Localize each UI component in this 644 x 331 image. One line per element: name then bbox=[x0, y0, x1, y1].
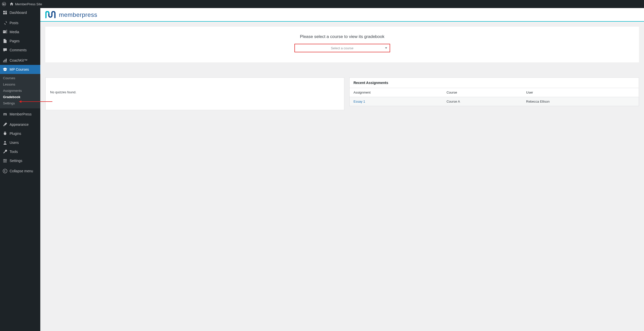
sidebar-item-pages[interactable]: Pages bbox=[0, 36, 40, 46]
table-row: Essay 1 Course A Rebecca Ellison bbox=[350, 97, 639, 106]
mp-courses-submenu: Courses Lessons Assignments Gradebook Se… bbox=[0, 74, 40, 108]
course-select-placeholder: Select a course bbox=[331, 46, 354, 50]
memberpress-logo-icon bbox=[45, 11, 57, 19]
brush-icon bbox=[3, 122, 8, 127]
sidebar-item-users[interactable]: Users bbox=[0, 138, 40, 147]
site-name-text: MemberPress Site bbox=[15, 2, 42, 6]
submenu-item-courses[interactable]: Courses bbox=[0, 75, 40, 81]
home-icon bbox=[10, 2, 14, 6]
graduation-icon bbox=[3, 67, 8, 72]
memberpress-logo: memberpress bbox=[45, 11, 639, 19]
col-header-user: User bbox=[522, 88, 639, 97]
sidebar-item-media[interactable]: Media bbox=[0, 27, 40, 36]
sidebar-item-settings[interactable]: Settings bbox=[0, 156, 40, 165]
admin-sidebar: Dashboard Posts Media Pages Comments Coa… bbox=[0, 8, 40, 331]
assignments-table: Assignment Course User Essay 1 Course A … bbox=[350, 88, 639, 106]
memberpress-icon: m bbox=[3, 112, 8, 117]
svg-point-4 bbox=[6, 162, 7, 162]
recent-assignments-panel: Recent Assignments Assignment Course Use… bbox=[349, 77, 639, 106]
site-name-link[interactable]: MemberPress Site bbox=[10, 2, 42, 6]
assignment-user: Rebecca Ellison bbox=[522, 97, 639, 106]
sidebar-label: Comments bbox=[10, 48, 27, 52]
page-icon bbox=[3, 38, 8, 44]
sliders-icon bbox=[3, 158, 8, 163]
sidebar-label: MemberPress bbox=[10, 112, 31, 116]
collapse-icon bbox=[3, 169, 8, 174]
sidebar-item-plugins[interactable]: Plugins bbox=[0, 129, 40, 138]
pin-icon bbox=[3, 20, 8, 25]
svg-point-3 bbox=[5, 160, 5, 161]
chevron-down-icon bbox=[385, 48, 387, 49]
wp-logo[interactable] bbox=[2, 2, 8, 6]
sidebar-label: Dashboard bbox=[10, 11, 27, 15]
sidebar-label: Pages bbox=[10, 39, 20, 43]
sidebar-label: Appearance bbox=[10, 122, 29, 127]
sidebar-label: MP Courses bbox=[10, 67, 29, 71]
svg-point-5 bbox=[3, 169, 7, 173]
wordpress-icon bbox=[2, 2, 6, 6]
memberpress-logo-text: memberpress bbox=[59, 11, 97, 18]
sidebar-item-memberpress[interactable]: m MemberPress bbox=[0, 110, 40, 119]
svg-point-2 bbox=[6, 159, 6, 160]
main-content: memberpress Please select a course to vi… bbox=[40, 8, 644, 331]
sidebar-label: Collapse menu bbox=[10, 169, 33, 173]
assignment-course: Course A bbox=[443, 97, 522, 106]
comments-icon bbox=[3, 48, 8, 53]
svg-point-1 bbox=[4, 141, 6, 143]
course-select-panel: Please select a course to view its grade… bbox=[45, 27, 639, 62]
course-select-dropdown[interactable]: Select a course bbox=[294, 44, 390, 52]
col-header-assignment: Assignment bbox=[350, 88, 443, 97]
submenu-item-lessons[interactable]: Lessons bbox=[0, 81, 40, 88]
wrench-icon bbox=[3, 149, 8, 154]
sidebar-label: Users bbox=[10, 141, 19, 145]
quizzes-panel: No quizzes found. bbox=[45, 77, 344, 110]
plug-icon bbox=[3, 131, 8, 136]
sidebar-label: Media bbox=[10, 30, 19, 34]
sidebar-label: Settings bbox=[10, 159, 22, 163]
sidebar-item-tools[interactable]: Tools bbox=[0, 147, 40, 156]
submenu-item-gradebook[interactable]: Gradebook bbox=[0, 94, 40, 100]
assignment-link[interactable]: Essay 1 bbox=[354, 100, 365, 103]
sidebar-item-comments[interactable]: Comments bbox=[0, 46, 40, 55]
media-icon bbox=[3, 29, 8, 34]
user-icon bbox=[3, 140, 8, 145]
recent-assignments-title: Recent Assignments bbox=[350, 78, 639, 88]
sidebar-item-collapse[interactable]: Collapse menu bbox=[0, 167, 40, 176]
sidebar-label: Posts bbox=[10, 21, 18, 25]
sidebar-item-dashboard[interactable]: Dashboard bbox=[0, 8, 40, 17]
chart-icon bbox=[3, 58, 8, 63]
sidebar-label: Plugins bbox=[10, 132, 21, 136]
submenu-item-assignments[interactable]: Assignments bbox=[0, 88, 40, 94]
no-quizzes-text: No quizzes found. bbox=[50, 90, 76, 94]
sidebar-label: CoachKit™ bbox=[10, 58, 27, 62]
annotation-arrow bbox=[20, 101, 52, 102]
dashboard-icon bbox=[3, 10, 8, 15]
sidebar-item-posts[interactable]: Posts bbox=[0, 18, 40, 27]
sidebar-item-appearance[interactable]: Appearance bbox=[0, 120, 40, 129]
sidebar-label: Tools bbox=[10, 150, 18, 154]
select-prompt-text: Please select a course to view its grade… bbox=[50, 34, 634, 39]
sidebar-item-coachkit[interactable]: CoachKit™ bbox=[0, 56, 40, 65]
memberpress-header: memberpress bbox=[40, 8, 644, 22]
wp-admin-bar: MemberPress Site bbox=[0, 0, 644, 8]
sidebar-item-mp-courses[interactable]: MP Courses bbox=[0, 65, 40, 74]
col-header-course: Course bbox=[443, 88, 522, 97]
